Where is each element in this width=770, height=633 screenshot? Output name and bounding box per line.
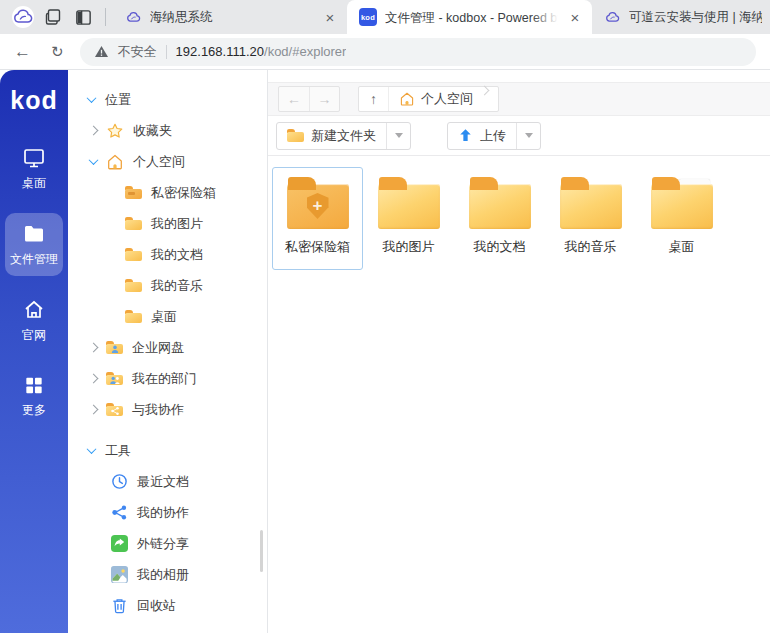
tree-section-file-types[interactable]: 文件类型 [68,625,267,633]
breadcrumb-bar: ← → ↑ 个人空间 [268,82,770,116]
nav-item-file-manager[interactable]: 文件管理 [5,213,63,276]
grid-icon [22,374,46,397]
url-host: 192.168.111.20 [176,44,264,59]
tree-item-my-department[interactable]: 我在的部门 [68,363,267,394]
breadcrumb-current[interactable]: 个人空间 [389,87,479,111]
browser-tab-hainasi[interactable]: 海纳思系统 × [113,0,347,34]
tree-item-desktop[interactable]: 桌面 [68,301,267,332]
tree-item-personal-space[interactable]: 个人空间 [68,146,267,177]
url-text[interactable]: 192.168.111.20/kod/#explorer [176,44,347,59]
chevron-right-icon[interactable] [89,405,99,415]
kod-logo: kod [10,86,57,115]
safe-folder-large-icon: + [287,177,349,229]
tree-item-recycle-bin[interactable]: 回收站 [68,590,267,621]
tree-item-recent-docs[interactable]: 最近文档 [68,466,267,497]
department-folder-icon [106,372,123,385]
security-status-label[interactable]: 不安全 [118,43,157,61]
upload-arrow-icon [458,128,473,143]
tab-title: 海纳思系统 [150,9,313,26]
external-link-icon [111,535,128,552]
not-secure-warning-icon [94,45,109,58]
tree-item-label: 与我协作 [132,401,184,419]
tree-item-favorites[interactable]: 收藏夹 [68,115,267,146]
chevron-down-icon[interactable] [87,93,97,103]
tree-item-shared-with-me[interactable]: 与我协作 [68,394,267,425]
browser-tab-kodcloud-docs[interactable]: 可道云安装与使用 | 海纳思 [592,0,770,34]
trash-icon [111,597,128,614]
tab-close-icon[interactable]: × [321,8,339,26]
chevron-right-icon[interactable] [89,126,99,136]
tree-item-private-safe[interactable]: 私密保险箱 [68,177,267,208]
tree-item-my-music[interactable]: 我的音乐 [68,270,267,301]
reload-icon[interactable]: ↻ [51,43,64,61]
caret-down-icon [395,133,403,138]
breadcrumb-label: 个人空间 [421,90,473,108]
tree-item-label: 最近文档 [137,473,189,491]
tree-item-label: 企业网盘 [132,339,184,357]
tree-item-my-collaboration[interactable]: 我的协作 [68,497,267,528]
nav-item-label: 桌面 [22,175,46,192]
new-folder-button[interactable]: 新建文件夹 [277,123,386,149]
folder-icon [125,248,142,261]
file-item-my-pictures[interactable]: 我的图片 [363,167,454,270]
tree-item-label: 我的图片 [151,215,203,233]
nav-item-website[interactable]: 官网 [5,289,63,352]
enterprise-folder-icon [106,341,123,354]
cloud-favicon-icon [125,9,142,26]
file-item-private-safe[interactable]: + 私密保险箱 [272,167,363,270]
file-item-my-documents[interactable]: 我的文档 [454,167,545,270]
folder-icon [287,129,304,142]
tree-item-label: 我的文档 [151,246,203,264]
share-folder-icon [106,403,123,416]
cloud-favicon-icon [604,9,621,26]
tree-section-tools[interactable]: 工具 [68,435,267,466]
home-folder-icon [106,153,124,171]
tree-item-my-pictures[interactable]: 我的图片 [68,208,267,239]
tree-item-label: 收藏夹 [133,122,172,140]
upload-dropdown[interactable] [516,123,540,149]
new-folder-dropdown[interactable] [386,123,410,149]
tree-scrollbar[interactable] [260,530,263,572]
file-grid: + 私密保险箱 我的图片 我的文档 我的音乐 桌面 [268,156,770,270]
nav-item-label: 更多 [22,402,46,419]
file-name: 我的图片 [383,238,435,256]
folder-tree-panel: 位置 收藏夹 个人空间 私密保险箱 我的图片 我的文档 我的音乐 [68,70,268,633]
folder-large-icon [378,177,440,229]
back-icon[interactable]: ← [14,42,31,62]
chevron-right-icon[interactable] [89,343,99,353]
chevron-down-icon[interactable] [89,155,99,165]
tab-group-icon[interactable] [38,2,68,32]
upload-split-button: 上传 [447,122,541,150]
history-forward-button[interactable]: → [309,87,339,111]
chevron-right-icon[interactable] [89,374,99,384]
browser-profile-cloud-icon[interactable] [8,2,38,32]
chevron-down-icon[interactable] [87,444,97,454]
tree-item-my-documents[interactable]: 我的文档 [68,239,267,270]
nav-item-more[interactable]: 更多 [5,365,63,427]
nav-item-desktop[interactable]: 桌面 [5,137,63,200]
address-field[interactable]: 不安全 192.168.111.20/kod/#explorer [80,38,756,66]
tree-item-enterprise-drive[interactable]: 企业网盘 [68,332,267,363]
tree-item-label: 回收站 [137,597,176,615]
folder-icon [125,217,142,230]
vertical-tabs-icon[interactable] [68,2,98,32]
history-back-button[interactable]: ← [279,87,309,111]
tree-item-label: 我的协作 [137,504,189,522]
browser-tab-kodbox-active[interactable]: kod 文件管理 - kodbox - Powered by × [347,0,592,34]
file-name: 我的文档 [474,238,526,256]
up-directory-button[interactable]: ↑ [359,87,389,111]
new-folder-split-button: 新建文件夹 [276,122,411,150]
upload-button[interactable]: 上传 [448,123,516,149]
file-name: 桌面 [669,238,695,256]
tree-item-label: 私密保险箱 [151,184,216,202]
file-item-my-music[interactable]: 我的音乐 [545,167,636,270]
tree-item-label: 我在的部门 [132,370,197,388]
browser-address-bar: ← ↻ 不安全 192.168.111.20/kod/#explorer [0,34,770,70]
folder-icon [125,310,142,323]
tree-item-external-share[interactable]: 外链分享 [68,528,267,559]
tree-item-my-album[interactable]: 我的相册 [68,559,267,590]
breadcrumb-chevron-icon [480,86,490,96]
file-item-desktop[interactable]: 桌面 [636,167,727,270]
tab-close-icon[interactable]: × [566,8,584,26]
tree-section-location[interactable]: 位置 [68,84,267,115]
